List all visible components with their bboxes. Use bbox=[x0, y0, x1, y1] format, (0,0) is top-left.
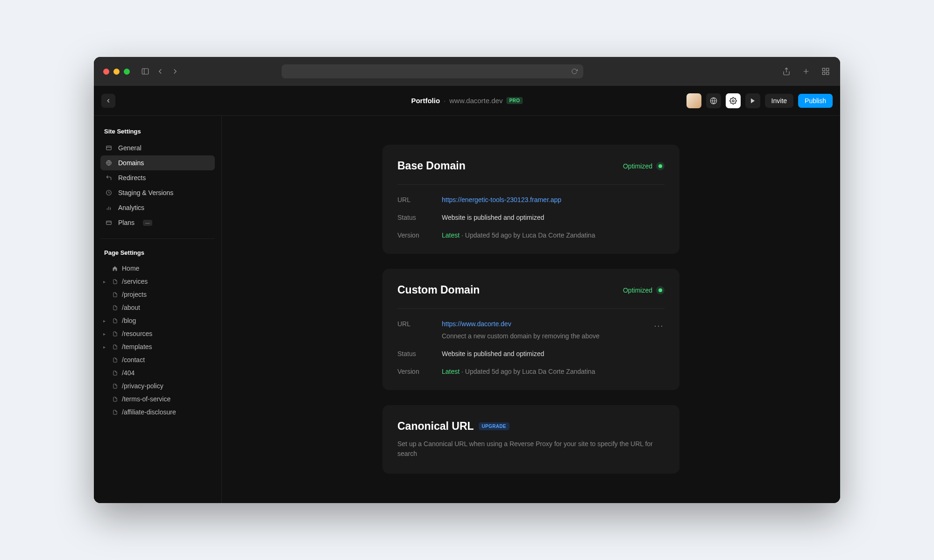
settings-button[interactable] bbox=[726, 93, 741, 108]
status-text: Optimized bbox=[623, 287, 652, 294]
close-window-button[interactable] bbox=[103, 69, 109, 75]
more-options-button[interactable]: ··· bbox=[653, 320, 665, 331]
canonical-description: Set up a Canonical URL when using a Reve… bbox=[397, 439, 665, 459]
sidebar-item-label: Redirects bbox=[118, 174, 146, 182]
plans-icon bbox=[105, 219, 113, 226]
globe-button[interactable] bbox=[706, 93, 721, 108]
reload-icon[interactable] bbox=[571, 68, 578, 75]
sidebar-separator bbox=[100, 238, 215, 239]
canonical-title: Canonical URL bbox=[397, 420, 474, 433]
maximize-window-button[interactable] bbox=[124, 69, 130, 75]
new-tab-icon[interactable] bbox=[801, 66, 811, 77]
minimize-window-button[interactable] bbox=[113, 69, 120, 75]
app: Portfolio · www.dacorte.dev PRO Invite P… bbox=[94, 86, 840, 503]
chevron-right-icon[interactable]: ▸ bbox=[103, 318, 108, 323]
status-value: Website is published and optimized bbox=[442, 214, 665, 221]
breadcrumb-separator: · bbox=[444, 97, 446, 105]
page-item-blog[interactable]: ▸ /blog bbox=[100, 314, 215, 327]
page-item-terms[interactable]: ▸ /terms-of-service bbox=[100, 392, 215, 406]
page-item-services[interactable]: ▸ /services bbox=[100, 275, 215, 288]
page-icon bbox=[112, 318, 118, 324]
main-content: Base Domain Optimized URL https://energe… bbox=[222, 116, 840, 503]
svg-rect-8 bbox=[827, 72, 829, 75]
sidebar-item-domains[interactable]: Domains bbox=[100, 155, 215, 170]
nav-forward-icon[interactable] bbox=[170, 66, 180, 77]
page-item-404[interactable]: ▸ /404 bbox=[100, 366, 215, 379]
page-icon bbox=[112, 279, 118, 285]
page-item-home[interactable]: ▸ Home bbox=[100, 262, 215, 275]
status-badge: Optimized bbox=[623, 162, 665, 170]
page-item-resources[interactable]: ▸ /resources bbox=[100, 327, 215, 340]
card-icon bbox=[105, 144, 113, 152]
page-icon bbox=[112, 331, 118, 337]
chevron-right-icon[interactable]: ▸ bbox=[103, 279, 108, 284]
custom-domain-hint: Connect a new custom domain by removing … bbox=[442, 332, 653, 340]
sidebar-item-label: General bbox=[118, 144, 142, 152]
plan-badge: PRO bbox=[506, 97, 523, 104]
page-label: /projects bbox=[122, 291, 147, 298]
sidebar-item-plans[interactable]: Plans — bbox=[100, 215, 215, 230]
chart-icon bbox=[105, 204, 113, 211]
page-item-projects[interactable]: ▸ /projects bbox=[100, 288, 215, 301]
plans-badge: — bbox=[143, 220, 152, 226]
sidebar-item-staging[interactable]: Staging & Versions bbox=[100, 185, 215, 200]
page-item-contact[interactable]: ▸ /contact bbox=[100, 353, 215, 366]
upgrade-badge[interactable]: UPGRADE bbox=[479, 422, 509, 430]
page-label: /blog bbox=[122, 317, 136, 324]
publish-button[interactable]: Publish bbox=[798, 94, 833, 108]
page-item-about[interactable]: ▸ /about bbox=[100, 301, 215, 314]
base-domain-url-link[interactable]: https://energetic-tools-230123.framer.ap… bbox=[442, 196, 561, 203]
url-bar[interactable] bbox=[282, 64, 583, 78]
nav-back-icon[interactable] bbox=[155, 66, 165, 77]
status-dot-icon bbox=[656, 162, 665, 170]
avatar[interactable] bbox=[686, 93, 701, 108]
page-label: /services bbox=[122, 278, 148, 285]
page-label: /terms-of-service bbox=[122, 395, 170, 403]
browser-chrome bbox=[94, 57, 840, 86]
sidebar-toggle-icon[interactable] bbox=[140, 66, 150, 77]
url-label: URL bbox=[397, 320, 442, 328]
canonical-url-card: Canonical URL UPGRADE Set up a Canonical… bbox=[382, 405, 679, 474]
status-label: Status bbox=[397, 214, 442, 221]
invite-button[interactable]: Invite bbox=[765, 94, 793, 108]
version-meta: · Updated 5d ago by Luca Da Corte Zandat… bbox=[460, 368, 595, 375]
sidebar-item-analytics[interactable]: Analytics bbox=[100, 200, 215, 215]
page-icon bbox=[112, 409, 118, 415]
share-icon[interactable] bbox=[781, 66, 792, 77]
site-settings-heading: Site Settings bbox=[100, 126, 215, 140]
custom-domain-url-link[interactable]: https://www.dacorte.dev bbox=[442, 320, 511, 328]
page-item-templates[interactable]: ▸ /templates bbox=[100, 340, 215, 353]
svg-rect-13 bbox=[106, 146, 112, 150]
version-label: Version bbox=[397, 231, 442, 239]
svg-marker-12 bbox=[751, 98, 755, 103]
home-icon bbox=[112, 266, 118, 271]
chevron-right-icon[interactable]: ▸ bbox=[103, 344, 108, 350]
page-item-affiliate[interactable]: ▸ /affiliate-disclosure bbox=[100, 406, 215, 419]
page-label: /privacy-policy bbox=[122, 382, 163, 390]
sidebar: Site Settings General Domains Redirects … bbox=[94, 116, 222, 503]
redirect-icon bbox=[105, 174, 113, 182]
back-button[interactable] bbox=[101, 94, 115, 108]
tabs-overview-icon[interactable] bbox=[821, 66, 831, 77]
site-name: Portfolio bbox=[411, 97, 440, 105]
page-item-privacy[interactable]: ▸ /privacy-policy bbox=[100, 379, 215, 392]
page-icon bbox=[112, 370, 118, 376]
page-label: /resources bbox=[122, 330, 152, 337]
sidebar-item-redirects[interactable]: Redirects bbox=[100, 170, 215, 185]
play-button[interactable] bbox=[745, 93, 760, 108]
page-icon bbox=[112, 383, 118, 389]
page-label: /about bbox=[122, 304, 140, 311]
page-icon bbox=[112, 292, 118, 298]
chevron-right-icon[interactable]: ▸ bbox=[103, 331, 108, 336]
breadcrumb: Portfolio · www.dacorte.dev PRO bbox=[411, 97, 523, 105]
custom-domain-title: Custom Domain bbox=[397, 284, 480, 296]
version-link[interactable]: Latest bbox=[442, 368, 460, 375]
svg-rect-6 bbox=[827, 68, 829, 70]
divider bbox=[397, 184, 665, 185]
base-domain-title: Base Domain bbox=[397, 160, 466, 172]
version-link[interactable]: Latest bbox=[442, 231, 460, 239]
page-icon bbox=[112, 344, 118, 350]
sidebar-item-general[interactable]: General bbox=[100, 140, 215, 155]
sidebar-item-label: Domains bbox=[118, 159, 144, 167]
status-value: Website is published and optimized bbox=[442, 350, 665, 357]
